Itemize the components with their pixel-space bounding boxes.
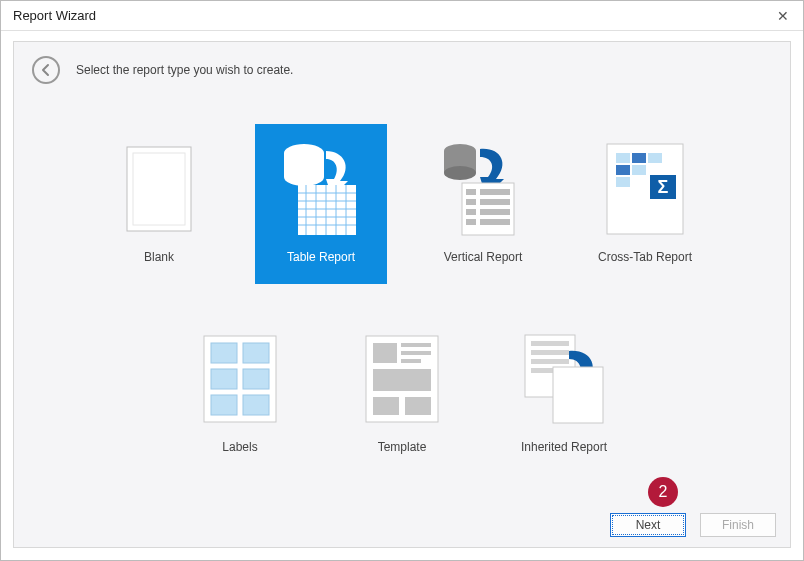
step-marker: 2 (648, 477, 678, 507)
svg-point-4 (284, 168, 324, 186)
svg-rect-40 (211, 369, 237, 389)
wizard-body: Select the report type you wish to creat… (13, 41, 791, 548)
finish-button: Finish (700, 513, 776, 537)
back-button[interactable] (32, 56, 60, 84)
svg-rect-54 (531, 350, 569, 355)
tile-vertical-report[interactable]: Vertical Report (417, 124, 549, 284)
svg-rect-57 (553, 367, 603, 423)
svg-rect-48 (401, 359, 421, 363)
step-marker-label: 2 (659, 483, 668, 501)
svg-rect-41 (243, 369, 269, 389)
svg-rect-1 (133, 153, 185, 225)
svg-rect-32 (616, 165, 630, 175)
svg-rect-22 (466, 199, 476, 205)
svg-rect-38 (211, 343, 237, 363)
tile-crosstab-report[interactable]: Σ Cross-Tab Report (579, 124, 711, 284)
tile-label: Blank (144, 250, 174, 264)
svg-rect-33 (632, 165, 646, 175)
svg-rect-21 (480, 189, 510, 195)
instruction-text: Select the report type you wish to creat… (76, 63, 293, 77)
tile-inherited-report[interactable]: Inherited Report (498, 314, 630, 474)
table-report-icon (276, 134, 366, 244)
svg-rect-24 (466, 209, 476, 215)
close-icon[interactable]: ✕ (773, 8, 793, 24)
svg-rect-27 (480, 219, 510, 225)
svg-point-18 (444, 166, 476, 180)
svg-rect-34 (616, 177, 630, 187)
tile-template[interactable]: Template (336, 314, 468, 474)
svg-rect-56 (531, 368, 555, 373)
tile-label: Inherited Report (521, 440, 607, 454)
gallery-row-1: Blank (44, 124, 760, 284)
tile-label: Cross-Tab Report (598, 250, 692, 264)
labels-icon (195, 324, 285, 434)
svg-rect-50 (373, 397, 399, 415)
arrow-left-icon (39, 63, 53, 77)
tile-table-report[interactable]: Table Report (255, 124, 387, 284)
inherited-report-icon (519, 324, 609, 434)
svg-rect-46 (401, 343, 431, 347)
vertical-report-icon (438, 134, 528, 244)
crosstab-icon: Σ (600, 134, 690, 244)
next-button[interactable]: Next (610, 513, 686, 537)
svg-rect-55 (531, 359, 569, 364)
tile-label: Vertical Report (444, 250, 523, 264)
svg-rect-25 (480, 209, 510, 215)
svg-rect-26 (466, 219, 476, 225)
svg-rect-29 (616, 153, 630, 163)
blank-page-icon (114, 134, 204, 244)
gallery-row-2: Labels (44, 314, 760, 474)
tile-label: Template (378, 440, 427, 454)
svg-rect-30 (632, 153, 646, 163)
svg-rect-42 (211, 395, 237, 415)
wizard-window: Report Wizard ✕ Select the report type y… (0, 0, 804, 561)
svg-rect-45 (373, 343, 397, 363)
report-type-gallery: Blank (14, 94, 790, 514)
svg-rect-53 (531, 341, 569, 346)
svg-rect-47 (401, 351, 431, 355)
svg-rect-49 (373, 369, 431, 391)
template-icon (357, 324, 447, 434)
svg-rect-20 (466, 189, 476, 195)
footer-buttons: Next Finish (610, 513, 776, 537)
tile-labels[interactable]: Labels (174, 314, 306, 474)
header-row: Select the report type you wish to creat… (14, 42, 790, 94)
tile-blank[interactable]: Blank (93, 124, 225, 284)
svg-text:Σ: Σ (658, 177, 669, 197)
svg-rect-51 (405, 397, 431, 415)
svg-rect-23 (480, 199, 510, 205)
svg-rect-39 (243, 343, 269, 363)
svg-rect-31 (648, 153, 662, 163)
tile-label: Labels (222, 440, 257, 454)
svg-rect-43 (243, 395, 269, 415)
window-title: Report Wizard (13, 8, 96, 23)
titlebar: Report Wizard ✕ (1, 1, 803, 31)
tile-label: Table Report (287, 250, 355, 264)
